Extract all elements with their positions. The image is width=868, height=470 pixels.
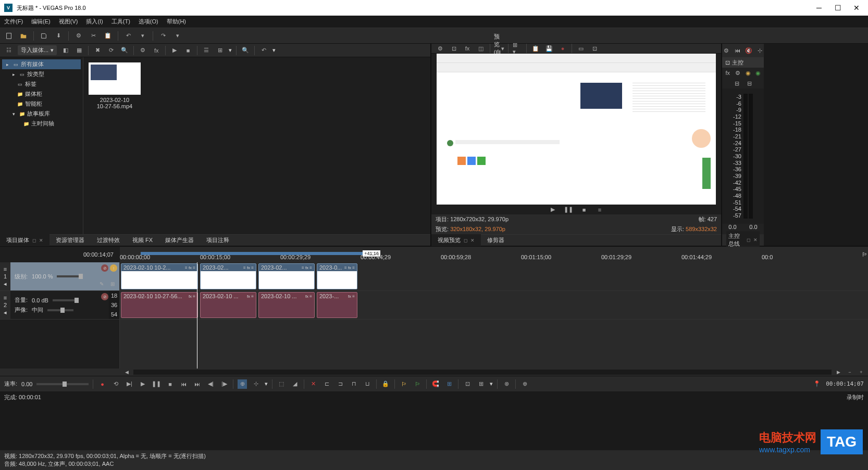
gear-icon[interactable]: ⚙ [138, 46, 147, 55]
master-prev-icon[interactable]: ⏮ [734, 46, 742, 55]
undo-dropdown-icon[interactable]: ▾ [138, 31, 147, 41]
tab-project-media[interactable]: 项目媒体◻✕ [0, 234, 49, 246]
menu-options[interactable]: 选项(O) [139, 18, 158, 26]
track-mute-icon[interactable]: ⊘ [101, 293, 108, 300]
zoom-icon[interactable]: 🔍 [241, 46, 250, 55]
video-clip[interactable]: 2023-02...≡ fx ≡ [200, 263, 256, 289]
tab-close-icon[interactable]: ✕ [39, 238, 43, 243]
tree-main-timeline[interactable]: 📁主时间轴 [2, 119, 81, 129]
timecode-display[interactable]: 00:00:14;07 [0, 247, 120, 262]
tree-all-media[interactable]: ▸▭所有媒体 [2, 59, 81, 69]
video-clip[interactable]: 2023-0...≡ fx ≡ [317, 263, 357, 289]
track-fx-icon[interactable]: ⊞ [108, 279, 117, 288]
trim-end-icon[interactable]: ⊐ [336, 379, 345, 389]
open-icon[interactable] [19, 31, 28, 41]
timeline-scrollbar[interactable] [133, 370, 832, 375]
preview-props-icon[interactable]: ⚙ [436, 44, 445, 53]
import-media-button[interactable]: 导入媒体... ▾ [18, 45, 57, 55]
marker-button[interactable]: 🏳 [861, 247, 868, 262]
preview-record-icon[interactable]: ● [558, 44, 567, 53]
trim-start-icon[interactable]: ⊏ [322, 379, 331, 389]
goto-end-icon[interactable]: ⏭ [192, 379, 202, 389]
next-frame-icon[interactable]: |▶ [219, 379, 229, 389]
tab-video-preview[interactable]: 视频预览◻✕ [431, 234, 481, 246]
play-start-icon[interactable]: ▶| [125, 379, 134, 389]
master-gear-icon[interactable]: ⚙ [735, 68, 742, 78]
track-area[interactable]: 2023-02-10 10-2...≡ fx ≡ 2023-02...≡ fx … [120, 262, 868, 369]
timeline-ruler[interactable]: +41;16 00:00:00;0000:00:15;0000:00:29;29… [120, 247, 861, 262]
tree-tags[interactable]: ▭标签 [2, 79, 81, 89]
track-1-lane[interactable]: 2023-02-10 10-2...≡ fx ≡ 2023-02...≡ fx … [120, 262, 868, 291]
media-props-icon[interactable]: ☷ [4, 46, 14, 55]
tab-pin-icon[interactable]: ◻ [32, 238, 36, 243]
menu-edit[interactable]: 编辑(E) [31, 18, 51, 26]
playback-menu-icon[interactable]: ≡ [595, 205, 604, 214]
normal-edit-icon[interactable]: ⊕ [238, 379, 247, 389]
undo-icon[interactable]: ↶ [123, 31, 133, 41]
audio-clip[interactable]: 2023-02-10 ...fx ≡ [258, 292, 315, 318]
properties-icon[interactable]: ⚙ [74, 31, 83, 41]
tree-by-type[interactable]: ▸▭按类型 [2, 69, 81, 79]
tab-transitions[interactable]: 过渡特效 [91, 234, 126, 246]
snap-icon[interactable]: 🧲 [431, 379, 440, 389]
audio-clip[interactable]: 2023-02-10 10-27-56...fx ≡ [121, 292, 198, 318]
preview-scale-icon[interactable]: ⊡ [590, 44, 599, 53]
minimize-button[interactable]: ─ [816, 5, 822, 11]
audio-clip[interactable]: 2023-...fx ≡ [317, 292, 357, 318]
track-solo-icon[interactable]: ! [110, 264, 117, 272]
tree-smart-bin[interactable]: 📁智能柜 [2, 99, 81, 109]
menu-file[interactable]: 文件(F) [4, 18, 23, 26]
playhead[interactable] [197, 262, 197, 369]
audio-clip[interactable]: 2023-02-10 ...fx ≡ [200, 292, 256, 318]
track-2-lane[interactable]: 2023-02-10 10-27-56...fx ≡ 2023-02-10 ..… [120, 291, 868, 320]
preview-overlay-icon[interactable]: ▭ [576, 44, 586, 53]
video-clip[interactable]: 2023-02-10 10-2...≡ fx ≡ [121, 263, 198, 289]
remove-icon[interactable]: ✖ [93, 46, 102, 55]
crossfade-icon[interactable]: ⊗ [502, 379, 511, 389]
lock-icon[interactable]: 🔒 [381, 379, 390, 389]
redo-dropdown-icon[interactable]: ▾ [173, 31, 182, 41]
tab-project-notes[interactable]: 项目注释 [200, 234, 235, 246]
snap2-icon[interactable]: ⊞ [444, 379, 454, 389]
timeline-marker-icon[interactable]: 📍 [812, 379, 822, 389]
ripple-icon[interactable]: ⊡ [463, 379, 472, 389]
pause-icon[interactable]: ❚❚ [152, 379, 161, 389]
back-icon[interactable]: ↶ [259, 46, 268, 55]
marker2-icon[interactable]: 🏳 [413, 379, 422, 389]
preview-ext-icon[interactable]: ⊡ [449, 44, 458, 53]
tool-2-icon[interactable]: ⊹ [251, 379, 261, 389]
tree-media-bin[interactable]: 📁媒体柜 [2, 89, 81, 99]
pause-button[interactable]: ❚❚ [564, 205, 573, 214]
tab-explorer[interactable]: 资源管理器 [49, 234, 91, 246]
tab-trimmer[interactable]: 修剪器 [481, 234, 511, 246]
play-icon[interactable]: ▶ [138, 379, 147, 389]
fx-icon[interactable]: fx [152, 46, 161, 55]
preview-split-icon[interactable]: ◫ [476, 44, 486, 53]
save-icon[interactable] [39, 31, 48, 41]
auto-ripple-icon[interactable]: ⊞ [476, 379, 486, 389]
play-icon[interactable]: ▶ [170, 46, 179, 55]
master-fx-icon[interactable]: fx [724, 68, 731, 78]
search-icon[interactable]: 🔍 [120, 46, 129, 55]
stop-icon[interactable]: ■ [183, 46, 193, 55]
menu-tools[interactable]: 工具(T) [111, 18, 130, 26]
master-dim-icon[interactable]: 🔇 [745, 46, 753, 55]
view-grid-icon[interactable]: ⊞ [215, 46, 225, 55]
paste-icon[interactable]: 📋 [103, 31, 113, 41]
tree-storyboard[interactable]: ▾📁故事板库 [2, 109, 81, 119]
rate-slider[interactable] [36, 383, 89, 385]
preview-fx-icon[interactable]: fx [463, 44, 472, 53]
view-list-icon[interactable]: ☰ [202, 46, 211, 55]
tab-master-bus[interactable]: 主控总线 ◻ ✕ [726, 231, 760, 249]
master-link-icon[interactable]: ⊟ [732, 79, 741, 88]
preview-save-icon[interactable]: 💾 [544, 44, 554, 53]
refresh-icon[interactable]: ⟳ [106, 46, 116, 55]
stop-button[interactable]: ■ [579, 205, 589, 214]
menu-insert[interactable]: 插入(I) [86, 18, 103, 26]
select-icon[interactable]: ⬚ [277, 379, 286, 389]
new-icon[interactable] [4, 31, 14, 41]
split2-icon[interactable]: ⊔ [363, 379, 372, 389]
cut-icon[interactable]: ✂ [89, 31, 98, 41]
get-media-icon[interactable]: ▦ [75, 46, 84, 55]
master-link2-icon[interactable]: ⊟ [745, 79, 754, 88]
